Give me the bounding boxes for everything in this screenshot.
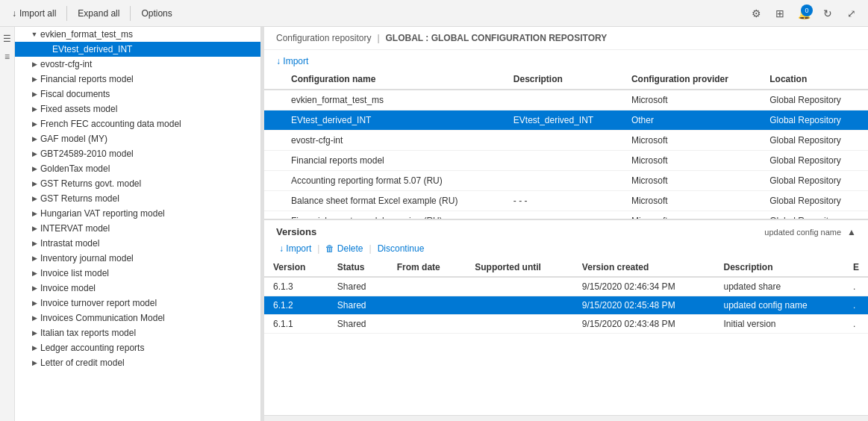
options-button[interactable]: Options xyxy=(135,5,178,22)
tree-item[interactable]: EVtest_derived_INT xyxy=(15,42,260,57)
tree-item[interactable]: ▶GST Returns model xyxy=(15,191,260,206)
import-area: ↓ Import xyxy=(264,50,868,69)
tree-item-label: French FEC accounting data model xyxy=(40,119,181,129)
vrow-created: 9/15/2020 02:43:48 PM xyxy=(573,315,715,334)
versions-discontinue-label: Discontinue xyxy=(378,243,425,254)
config-table-row[interactable]: Financial reports modelMicrosoftGlobal R… xyxy=(264,151,868,171)
right-panel-content: ↓ Import Configuration name Description … xyxy=(264,50,868,421)
versions-table-row[interactable]: 6.1.2Shared9/15/2020 02:45:48 PMupdated … xyxy=(264,296,868,315)
tree-expand-icon: ▶ xyxy=(30,224,39,233)
versions-collapse-icon[interactable]: ▲ xyxy=(847,227,856,237)
vrow-created: 9/15/2020 02:46:34 PM xyxy=(573,277,715,296)
tree-item[interactable]: ▶Invoice list model xyxy=(15,266,260,281)
main-import-button[interactable]: ↓ Import xyxy=(276,56,308,66)
vrow-version: 6.1.2 xyxy=(264,296,328,315)
filter-icon[interactable]: ☰ xyxy=(1,33,13,45)
refresh-button[interactable]: ↻ xyxy=(817,3,838,24)
config-row-check xyxy=(264,151,282,171)
tree-item[interactable]: ▶evostr-cfg-int xyxy=(15,57,260,72)
vcol-version: Version xyxy=(264,258,328,277)
toolbar-sep-1 xyxy=(66,6,67,21)
tree-item-label: Italian tax reports model xyxy=(40,328,136,338)
tree-item[interactable]: ▶GAF model (MY) xyxy=(15,131,260,146)
config-row-desc xyxy=(505,131,622,151)
tree-item[interactable]: ▶Fiscal documents xyxy=(15,87,260,102)
config-table-row[interactable]: EVtest_derived_INTEVtest_derived_INTOthe… xyxy=(264,110,868,131)
tree-item[interactable]: ▶Invoice model xyxy=(15,281,260,296)
breadcrumb-separator: | xyxy=(377,33,379,43)
config-table-row[interactable]: evostr-cfg-intMicrosoftGlobal Repository xyxy=(264,131,868,151)
tree-item-label: Inventory journal model xyxy=(40,253,134,263)
tree-expand-icon: ▶ xyxy=(30,119,39,128)
tree-item[interactable]: ▼evkien_format_test_ms xyxy=(15,27,260,42)
tree-expand-icon: ▶ xyxy=(30,179,39,188)
tree-item[interactable]: ▶Inventory journal model xyxy=(15,251,260,266)
config-table-row[interactable]: Financial reports model mapping (RU)Micr… xyxy=(264,211,868,219)
col-location: Location xyxy=(761,69,868,90)
versions-sep-1: | xyxy=(317,243,319,254)
tree-item[interactable]: ▶Invoice turnover report model xyxy=(15,296,260,311)
vrow-desc: updated config name xyxy=(714,296,844,315)
tree-expand-icon: ▶ xyxy=(30,269,39,278)
tree-item-label: Invoices Communication Model xyxy=(40,313,165,323)
list-icon[interactable]: ≡ xyxy=(1,51,13,63)
versions-updated: updated config name xyxy=(764,228,841,237)
tree-item[interactable]: ▶GoldenTax model xyxy=(15,161,260,176)
import-all-button[interactable]: ↓ Import all xyxy=(6,5,62,22)
tree-item-label: GBT24589-2010 model xyxy=(40,149,134,159)
tree-item[interactable]: ▶Letter of credit model xyxy=(15,355,260,370)
bottom-scrollbar[interactable] xyxy=(264,415,868,421)
config-row-name: evostr-cfg-int xyxy=(282,131,505,151)
tree-content: ▼evkien_format_test_msEVtest_derived_INT… xyxy=(15,27,260,421)
config-row-desc xyxy=(505,151,622,171)
expand-all-button[interactable]: Expand all xyxy=(72,5,125,22)
config-table-header: Configuration name Description Configura… xyxy=(264,69,868,90)
tree-item[interactable]: ▶Italian tax reports model xyxy=(15,325,260,340)
tree-panel: ▼evkien_format_test_msEVtest_derived_INT… xyxy=(15,27,261,421)
config-row-provider: Microsoft xyxy=(622,131,761,151)
col-provider: Configuration provider xyxy=(622,69,761,90)
tree-item[interactable]: ▶Ledger accounting reports xyxy=(15,340,260,355)
config-table-row[interactable]: evkien_format_test_msMicrosoftGlobal Rep… xyxy=(264,90,868,110)
versions-actions: ↓ Import | 🗑 Delete | Discontinue xyxy=(264,240,868,258)
right-panel: Configuration repository | GLOBAL : GLOB… xyxy=(264,27,868,421)
tree-item[interactable]: ▶Intrastat model xyxy=(15,236,260,251)
versions-table-row[interactable]: 6.1.1Shared9/15/2020 02:43:48 PMInitial … xyxy=(264,315,868,334)
settings-icon-button[interactable]: ⚙ xyxy=(746,3,766,24)
tree-item-label: Letter of credit model xyxy=(40,358,125,368)
tree-item[interactable]: ▶Hungarian VAT reporting model xyxy=(15,206,260,221)
versions-header: Versions updated config name ▲ xyxy=(264,219,868,240)
maximize-button[interactable]: ⤢ xyxy=(841,3,862,24)
config-row-location: Global Repository xyxy=(761,131,868,151)
versions-delete-button[interactable]: 🗑 Delete xyxy=(322,242,366,255)
versions-table-row[interactable]: 6.1.3Shared9/15/2020 02:46:34 PMupdated … xyxy=(264,277,868,296)
versions-discontinue-button[interactable]: Discontinue xyxy=(375,242,428,255)
config-table-row[interactable]: Balance sheet format Excel example (RU)-… xyxy=(264,191,868,211)
tree-item-label: Fixed assets model xyxy=(40,104,117,114)
tree-item-label: EVtest_derived_INT xyxy=(52,44,132,54)
config-row-name: Balance sheet format Excel example (RU) xyxy=(282,191,505,211)
tree-item[interactable]: ▶Fixed assets model xyxy=(15,102,260,116)
tree-item[interactable]: ▶GST Returns govt. model xyxy=(15,176,260,191)
config-row-provider: Microsoft xyxy=(622,191,761,211)
config-row-check xyxy=(264,90,282,110)
tree-item[interactable]: ▶French FEC accounting data model xyxy=(15,116,260,131)
tree-item[interactable]: ▶Financial reports model xyxy=(15,72,260,87)
tree-item[interactable]: ▶INTERVAT model xyxy=(15,221,260,236)
vrow-until xyxy=(466,277,573,296)
tree-item[interactable]: ▶Invoices Communication Model xyxy=(15,311,260,325)
tree-expand-icon: ▼ xyxy=(30,30,39,39)
config-row-desc: - - - xyxy=(505,191,622,211)
versions-import-button[interactable]: ↓ Import xyxy=(276,242,314,255)
vrow-from xyxy=(388,315,466,334)
tree-expand-icon xyxy=(42,45,51,54)
config-row-desc xyxy=(505,211,622,219)
tree-item[interactable]: ▶GBT24589-2010 model xyxy=(15,146,260,161)
tree-expand-icon: ▶ xyxy=(30,358,39,367)
config-row-provider: Other xyxy=(622,110,761,131)
versions-title: Versions xyxy=(276,226,764,237)
layout-icon-button[interactable]: ⊞ xyxy=(769,3,790,24)
config-row-location: Global Repository xyxy=(761,191,868,211)
config-table-row[interactable]: Accounting reporting format 5.07 (RU)Mic… xyxy=(264,171,868,191)
toolbar-icons: ⚙ ⊞ 🔔 0 ↻ ⤢ xyxy=(746,3,862,24)
